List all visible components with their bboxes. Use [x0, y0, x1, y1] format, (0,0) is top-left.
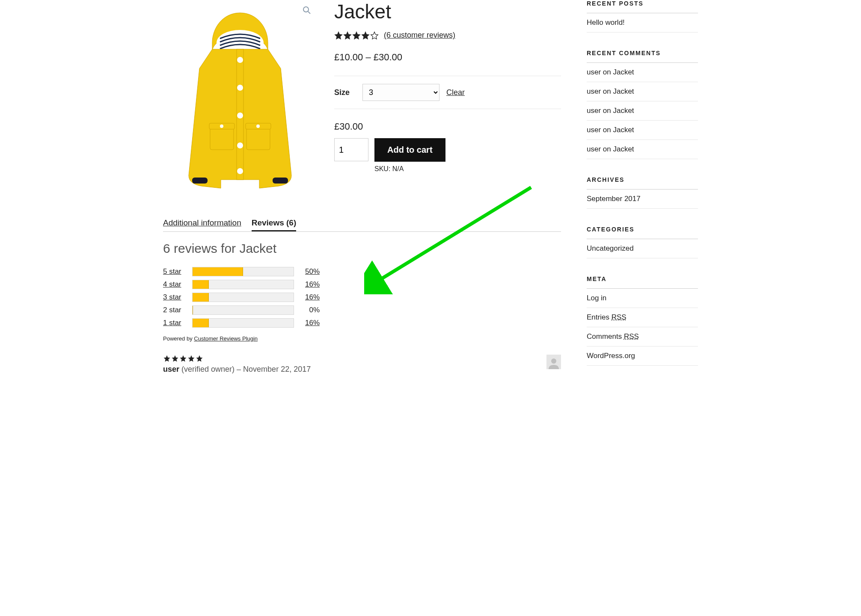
- svg-point-5: [237, 85, 243, 91]
- widget-title: RECENT COMMENTS: [587, 50, 698, 63]
- svg-point-14: [256, 124, 260, 128]
- svg-point-11: [220, 124, 223, 128]
- list-item[interactable]: Log in: [587, 289, 698, 308]
- rating-bar-row[interactable]: 5 star50%: [163, 267, 561, 276]
- rating-bar-pct[interactable]: 16%: [300, 319, 320, 327]
- rating-bar-track: [192, 280, 294, 289]
- svg-rect-16: [273, 178, 288, 184]
- svg-rect-15: [192, 178, 208, 184]
- star-rating: [334, 31, 379, 40]
- svg-point-8: [237, 168, 243, 174]
- add-to-cart-button[interactable]: Add to cart: [374, 138, 445, 162]
- rating-bar-track: [192, 318, 294, 328]
- size-select[interactable]: 3: [362, 84, 439, 101]
- price-range: £10.00 – £30.00: [334, 52, 561, 63]
- tab-reviews[interactable]: Reviews (6): [252, 218, 297, 231]
- list-item[interactable]: September 2017: [587, 190, 698, 209]
- rating-bar-pct[interactable]: 16%: [300, 280, 320, 289]
- list-item[interactable]: Entries RSS: [587, 308, 698, 327]
- widget-recent-posts: RECENT POSTS Hello world!: [587, 0, 698, 33]
- rating-bar-row[interactable]: 3 star16%: [163, 293, 561, 302]
- reviews-heading: 6 reviews for Jacket: [163, 241, 561, 256]
- svg-point-17: [551, 358, 556, 364]
- widget-title: ARCHIVES: [587, 176, 698, 190]
- review-stars: [163, 355, 311, 362]
- widget-recent-comments: RECENT COMMENTS user on Jacketuser on Ja…: [587, 50, 698, 159]
- zoom-icon[interactable]: [303, 6, 311, 17]
- svg-point-7: [237, 142, 243, 148]
- quantity-input[interactable]: [334, 138, 368, 161]
- rating-bar-pct: 0%: [300, 306, 320, 314]
- rating-bar-track: [192, 293, 294, 302]
- rating-bar-pct[interactable]: 16%: [300, 293, 320, 302]
- tab-additional-information[interactable]: Additional information: [163, 218, 241, 231]
- product-image[interactable]: [163, 0, 317, 201]
- widget-title: RECENT POSTS: [587, 0, 698, 13]
- rating-bar-label: 2 star: [163, 306, 186, 314]
- rating-bar-row: 2 star0%: [163, 305, 561, 315]
- list-item[interactable]: Hello world!: [587, 13, 698, 33]
- list-item[interactable]: Comments RSS: [587, 327, 698, 346]
- clear-link[interactable]: Clear: [446, 88, 465, 97]
- rating-bar-track: [192, 267, 294, 276]
- list-item[interactable]: user on Jacket: [587, 82, 698, 101]
- widget-title: CATEGORIES: [587, 226, 698, 239]
- review-item: user (verified owner) – November 22, 201…: [163, 355, 561, 374]
- rating-bar-label[interactable]: 3 star: [163, 293, 186, 302]
- rating-bar-row[interactable]: 1 star16%: [163, 318, 561, 328]
- widget-categories: CATEGORIES Uncategorized: [587, 226, 698, 258]
- list-item[interactable]: user on Jacket: [587, 63, 698, 82]
- rating-bar-row[interactable]: 4 star16%: [163, 280, 561, 289]
- list-item[interactable]: user on Jacket: [587, 101, 698, 121]
- product-image-wrap: [163, 0, 317, 201]
- list-item[interactable]: WordPress.org: [587, 346, 698, 366]
- list-item[interactable]: user on Jacket: [587, 140, 698, 159]
- widget-meta: META Log in Entries RSS Comments RSS Wor…: [587, 275, 698, 366]
- rating-bar-label[interactable]: 4 star: [163, 280, 186, 289]
- size-label: Size: [334, 88, 356, 97]
- rating-breakdown: 5 star50%4 star16%3 star16%2 star0%1 sta…: [163, 267, 561, 328]
- svg-rect-12: [246, 126, 270, 150]
- svg-line-1: [308, 12, 310, 14]
- avatar: [546, 355, 561, 369]
- widget-archives: ARCHIVES September 2017: [587, 176, 698, 209]
- rating-bar-pct[interactable]: 50%: [300, 267, 320, 276]
- selected-price: £30.00: [334, 121, 561, 132]
- powered-by-link[interactable]: Customer Reviews Plugin: [194, 335, 258, 342]
- rating-bar-label[interactable]: 5 star: [163, 267, 186, 276]
- list-item[interactable]: user on Jacket: [587, 121, 698, 140]
- svg-rect-9: [210, 126, 234, 150]
- svg-point-6: [237, 113, 243, 118]
- product-title: Jacket: [334, 0, 561, 23]
- review-meta: user (verified owner) – November 22, 201…: [163, 365, 311, 374]
- customer-reviews-link[interactable]: (6 customer reviews): [384, 31, 455, 40]
- powered-by: Powered by Customer Reviews Plugin: [163, 335, 561, 342]
- widget-title: META: [587, 275, 698, 289]
- sku-line: SKU: N/A: [374, 165, 445, 173]
- svg-point-4: [237, 57, 243, 63]
- list-item[interactable]: Uncategorized: [587, 239, 698, 258]
- svg-point-0: [303, 7, 309, 12]
- product-tabs: Additional information Reviews (6): [163, 218, 561, 232]
- rating-bar-track: [192, 305, 294, 315]
- rating-bar-label[interactable]: 1 star: [163, 319, 186, 327]
